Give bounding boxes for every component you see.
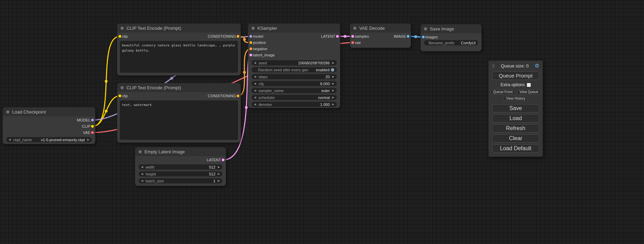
collapse-dot[interactable] xyxy=(353,27,356,30)
port-row: latent_image xyxy=(248,52,340,58)
widget-label: seed xyxy=(258,61,267,65)
node-load-checkpoint[interactable]: Load Checkpoint MODEL CLIP VAE ◀ ckpt_na… xyxy=(3,107,95,144)
stepper-right-icon[interactable]: ▶ xyxy=(332,82,334,85)
port-row: VAE xyxy=(3,129,95,136)
stepper-left-icon[interactable]: ◀ xyxy=(254,96,256,99)
refresh-button[interactable]: Refresh xyxy=(492,124,539,133)
load-default-button[interactable]: Load Default xyxy=(492,144,539,153)
clear-button[interactable]: Clear xyxy=(492,134,539,143)
node-title: VAE Decode xyxy=(359,26,385,31)
stepper-left-icon[interactable]: ◀ xyxy=(141,180,143,182)
port-latent-output[interactable] xyxy=(336,35,339,38)
node-clip-text-encode-positive[interactable]: CLIP Text Encode (Prompt) clip CONDITION… xyxy=(117,24,241,75)
stepper-left-icon[interactable]: ◀ xyxy=(141,166,143,169)
negative-prompt-textarea[interactable]: text, watermark xyxy=(120,100,238,140)
node-header[interactable]: CLIP Text Encode (Prompt) xyxy=(117,24,241,33)
cfg-widget[interactable]: ◀ cfg 8.000 ▶ xyxy=(252,81,337,86)
input-label-positive: positive xyxy=(253,40,266,45)
ckpt-name-widget[interactable]: ◀ ckpt_name v1-5-pruned-emaonly.ckpt ▶ xyxy=(6,137,92,142)
drag-handle-icon[interactable]: ⣿ xyxy=(492,64,495,68)
denoise-widget[interactable]: ◀ denoise 1.000 ▶ xyxy=(252,102,337,107)
node-title: Load Checkpoint xyxy=(12,109,46,115)
link-midpoint-dot xyxy=(245,106,248,109)
port-negative-input[interactable] xyxy=(249,47,252,50)
port-positive-input[interactable] xyxy=(249,41,252,44)
widget-label: height xyxy=(145,172,156,176)
collapse-dot[interactable] xyxy=(121,86,124,89)
filename-prefix-widget[interactable]: filename_prefix ComfyUI xyxy=(424,40,478,45)
link-midpoint-dot xyxy=(105,110,108,112)
stepper-left-icon[interactable]: ◀ xyxy=(254,75,256,78)
node-canvas[interactable]: Load Checkpoint MODEL CLIP VAE ◀ ckpt_na… xyxy=(0,0,644,244)
stepper-left-icon[interactable]: ◀ xyxy=(141,173,143,175)
save-button[interactable]: Save xyxy=(492,104,539,112)
seed-widget[interactable]: ◀ seed 156680208700286 ▶ xyxy=(252,60,337,65)
view-queue-button[interactable]: View Queue xyxy=(517,89,541,94)
node-clip-text-encode-negative[interactable]: CLIP Text Encode (Prompt) clip CONDITION… xyxy=(117,83,241,143)
settings-gear-icon[interactable]: ⚙ xyxy=(535,63,539,69)
port-model-input[interactable] xyxy=(249,35,252,38)
collapse-dot[interactable] xyxy=(252,27,255,30)
stepper-right-icon[interactable]: ▶ xyxy=(87,138,89,141)
node-vae-decode[interactable]: VAE Decode samples IMAGE vae xyxy=(350,24,411,48)
sampler-name-widget[interactable]: ◀ sampler_name euler ▶ xyxy=(252,88,337,93)
node-header[interactable]: KSampler xyxy=(248,24,340,33)
queue-front-button[interactable]: Queue Front xyxy=(490,89,515,94)
batch-size-widget[interactable]: ◀ batch_size 1 ▶ xyxy=(139,178,222,183)
node-header[interactable]: Load Checkpoint xyxy=(3,107,95,116)
widget-label: denoise xyxy=(258,102,272,107)
stepper-right-icon[interactable]: ▶ xyxy=(332,89,334,92)
node-empty-latent-image[interactable]: Empty Latent Image LATENT ◀ width 512 ▶ … xyxy=(135,147,226,186)
height-widget[interactable]: ◀ height 512 ▶ xyxy=(139,171,222,177)
port-image-output[interactable] xyxy=(407,35,409,38)
queue-prompt-button[interactable]: Queue Prompt xyxy=(492,71,539,80)
node-save-image[interactable]: Save Image images filename_prefix ComfyU… xyxy=(421,24,482,51)
collapse-dot[interactable] xyxy=(121,27,124,30)
stepper-right-icon[interactable]: ▶ xyxy=(332,96,334,99)
port-latent-output[interactable] xyxy=(222,159,224,161)
port-clip-output[interactable] xyxy=(91,125,94,128)
port-row: images xyxy=(421,34,482,40)
port-row: positive xyxy=(248,39,340,46)
node-header[interactable]: VAE Decode xyxy=(350,24,411,33)
stepper-left-icon[interactable]: ◀ xyxy=(9,138,11,141)
collapse-dot[interactable] xyxy=(139,150,142,153)
load-button[interactable]: Load xyxy=(492,114,539,123)
node-header[interactable]: Save Image xyxy=(421,24,482,33)
node-header[interactable]: Empty Latent Image xyxy=(135,147,226,156)
stepper-right-icon[interactable]: ▶ xyxy=(332,75,334,78)
node-header[interactable]: CLIP Text Encode (Prompt) xyxy=(117,83,241,92)
port-model-output[interactable] xyxy=(91,119,94,121)
stepper-left-icon[interactable]: ◀ xyxy=(254,62,256,64)
toggle-knob-icon[interactable] xyxy=(331,68,334,72)
port-clip-input[interactable] xyxy=(118,35,121,38)
random-seed-toggle-widget[interactable]: Random seed after every gen enabled xyxy=(252,67,337,72)
view-history-button[interactable]: View History xyxy=(503,96,528,101)
stepper-right-icon[interactable]: ▶ xyxy=(218,166,220,169)
link-midpoint-dot xyxy=(414,35,417,38)
port-clip-input[interactable] xyxy=(118,94,121,97)
stepper-right-icon[interactable]: ▶ xyxy=(332,103,334,106)
collapse-dot[interactable] xyxy=(6,110,9,114)
steps-widget[interactable]: ◀ steps 20 ▶ xyxy=(252,74,337,79)
port-samples-input[interactable] xyxy=(351,35,354,38)
port-images-input[interactable] xyxy=(422,36,425,38)
port-vae-output[interactable] xyxy=(91,131,94,134)
stepper-right-icon[interactable]: ▶ xyxy=(218,180,220,182)
node-ksampler[interactable]: KSampler model LATENT positive negative … xyxy=(248,24,340,108)
width-widget[interactable]: ◀ width 512 ▶ xyxy=(139,164,222,170)
extra-options-checkbox[interactable] xyxy=(527,83,531,87)
stepper-left-icon[interactable]: ◀ xyxy=(254,82,256,85)
stepper-right-icon[interactable]: ▶ xyxy=(218,173,220,175)
positive-prompt-textarea[interactable]: beautiful scenery nature glass bottle la… xyxy=(120,41,238,73)
port-vae-input[interactable] xyxy=(351,41,354,44)
port-latent-image-input[interactable] xyxy=(249,54,252,56)
stepper-left-icon[interactable]: ◀ xyxy=(254,103,256,106)
scheduler-widget[interactable]: ◀ scheduler normal ▶ xyxy=(252,95,337,100)
port-conditioning-output[interactable] xyxy=(237,94,239,97)
stepper-left-icon[interactable]: ◀ xyxy=(254,89,256,92)
port-conditioning-output[interactable] xyxy=(237,35,239,38)
collapse-dot[interactable] xyxy=(424,27,427,30)
output-label-latent: LATENT xyxy=(207,158,221,162)
stepper-right-icon[interactable]: ▶ xyxy=(332,62,334,64)
